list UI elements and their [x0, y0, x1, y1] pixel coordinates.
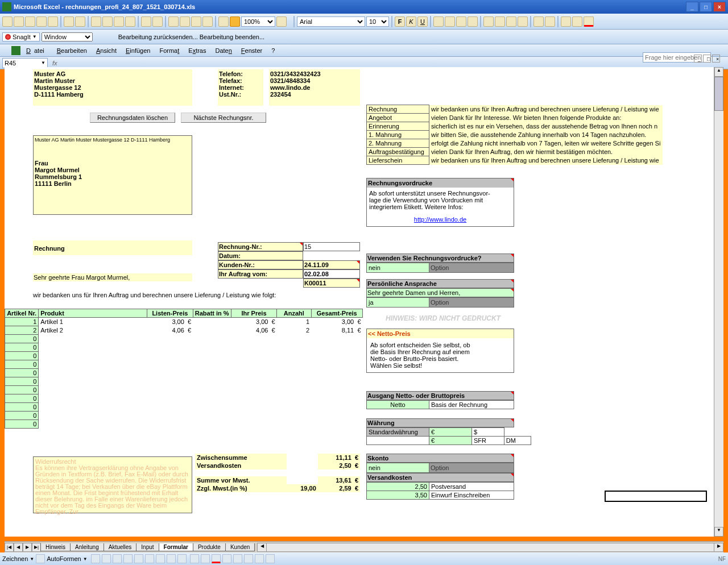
menu-format[interactable]: Format — [156, 46, 183, 55]
lindo-link[interactable]: http://www.lindo.de — [414, 216, 466, 223]
save-icon[interactable] — [25, 16, 35, 27]
menu-einfuegen[interactable]: Einfügen — [122, 46, 154, 55]
table-row[interactable]: 0 — [5, 386, 363, 394]
sort-asc-icon[interactable] — [191, 16, 201, 27]
cut-icon[interactable] — [91, 16, 101, 27]
vertical-scrollbar[interactable]: ▲ ▼ — [714, 67, 723, 537]
copy-icon[interactable] — [102, 16, 113, 27]
table-row[interactable]: 0 — [5, 369, 363, 377]
thousands-icon[interactable] — [506, 16, 516, 27]
font-color-icon[interactable] — [584, 16, 594, 27]
fill-color-icon[interactable] — [572, 16, 582, 27]
sum-icon[interactable] — [180, 16, 190, 27]
undo-icon[interactable] — [141, 16, 151, 27]
dash-style-icon[interactable] — [233, 554, 242, 563]
review-send[interactable]: Bearbeitung zurücksenden... — [118, 34, 198, 40]
excel-menu-icon[interactable] — [11, 46, 20, 55]
rectangle-icon[interactable] — [113, 554, 122, 563]
minimize-button[interactable]: _ — [686, 2, 698, 12]
menu-bearbeiten[interactable]: Bearbeiten — [53, 46, 90, 55]
format-painter-icon[interactable] — [125, 16, 135, 27]
underline-icon[interactable]: U — [417, 16, 428, 27]
tab-first-button[interactable]: |◀ — [5, 543, 14, 552]
shadow-icon[interactable] — [255, 554, 264, 563]
wordart-icon[interactable] — [145, 554, 154, 563]
help-icon[interactable] — [276, 16, 287, 27]
merge-icon[interactable] — [468, 16, 478, 27]
menu-extras[interactable]: Extras — [185, 46, 209, 55]
fill-icon[interactable] — [190, 554, 199, 563]
italic-icon[interactable]: K — [406, 16, 416, 27]
table-row[interactable]: 0 — [5, 360, 363, 369]
arrow-style-icon[interactable] — [244, 554, 253, 563]
ausgang-value[interactable]: Netto — [367, 401, 429, 409]
line-color-icon[interactable] — [201, 554, 210, 563]
tab-anleitung[interactable]: Anleitung — [70, 543, 104, 551]
next-number-button[interactable]: Nächste Rechungsnr. — [181, 113, 266, 123]
indent-inc-icon[interactable] — [545, 16, 555, 27]
ansprache-value[interactable]: Sehr geehrte Damen und Herren, — [366, 288, 514, 297]
font-color2-icon[interactable] — [212, 554, 221, 563]
euro-icon[interactable] — [518, 16, 528, 27]
borders-icon[interactable] — [561, 16, 571, 27]
table-row[interactable]: 0 — [5, 377, 363, 386]
zoom-select[interactable]: 100% — [241, 16, 275, 27]
table-row[interactable]: 0 — [5, 403, 363, 412]
maximize-button[interactable]: □ — [700, 2, 712, 12]
align-left-icon[interactable] — [433, 16, 444, 27]
tab-last-button[interactable]: ▶| — [32, 543, 41, 552]
tab-produkte[interactable]: Produkte — [193, 543, 226, 551]
print-icon[interactable] — [36, 16, 47, 27]
tab-next-button[interactable]: ▶ — [23, 543, 32, 552]
date-value[interactable]: 24.11.09 — [303, 260, 360, 269]
arrow-icon[interactable] — [102, 554, 111, 563]
menu-help[interactable]: ? — [268, 46, 278, 55]
align-center-icon[interactable] — [445, 16, 455, 27]
doc-restore-button[interactable]: □ — [703, 55, 711, 63]
worksheet[interactable]: Muster AG Martin Muster Mustergasse 12 D… — [5, 67, 723, 537]
diagram-icon[interactable] — [156, 554, 165, 563]
font-select[interactable]: Arial — [297, 16, 365, 27]
indent-dec-icon[interactable] — [533, 16, 544, 27]
paste-icon[interactable] — [114, 16, 124, 27]
fontsize-select[interactable]: 10 — [366, 16, 389, 27]
preview-icon[interactable] — [48, 16, 58, 27]
tab-formular[interactable]: Formular — [159, 543, 193, 551]
tab-hinweis[interactable]: Hinweis — [40, 543, 71, 551]
redo-icon[interactable] — [152, 16, 163, 27]
table-row[interactable]: 0 — [5, 412, 363, 420]
window-select[interactable]: Window — [42, 32, 93, 41]
percent-icon[interactable] — [495, 16, 505, 27]
table-row[interactable]: 0 — [5, 352, 363, 360]
fx-icon[interactable]: fx — [52, 60, 57, 67]
menu-ansicht[interactable]: Ansicht — [93, 46, 120, 55]
menu-datei[interactable]: Datei — [23, 46, 51, 55]
spell-icon[interactable] — [64, 16, 74, 27]
tab-aktuelles[interactable]: Aktuelles — [104, 543, 137, 551]
customer-nr[interactable]: K00011 — [303, 279, 360, 288]
line-style-icon[interactable] — [222, 554, 231, 563]
new-icon[interactable] — [2, 16, 13, 27]
line-icon[interactable] — [91, 554, 100, 563]
invoice-nr[interactable]: 15 — [303, 242, 360, 251]
order-date[interactable]: 02.02.08 — [303, 269, 360, 279]
currency-icon[interactable] — [483, 16, 494, 27]
menu-fenster[interactable]: Fenster — [238, 46, 266, 55]
table-row[interactable]: 0 — [5, 335, 363, 343]
clipart-icon[interactable] — [167, 554, 176, 563]
snagit-button[interactable]: SnagIt▼ — [2, 32, 40, 41]
verwenden-value[interactable]: nein — [367, 263, 429, 273]
bold-icon[interactable]: F — [395, 16, 405, 27]
delete-invoice-button[interactable]: Rechnungsdaten löschen — [90, 113, 175, 123]
oval-icon[interactable] — [123, 554, 133, 563]
open-icon[interactable] — [14, 16, 24, 27]
review-end[interactable]: Bearbeitung beenden... — [200, 34, 264, 40]
doc-close-button[interactable]: × — [712, 55, 720, 63]
zeichnen-menu[interactable]: Zeichnen — [2, 555, 28, 562]
link-icon[interactable] — [168, 16, 179, 27]
name-box[interactable]: R45▼ — [2, 58, 48, 68]
table-row[interactable]: 2Artikel 24,06 €4,06 €28,11 € — [5, 326, 363, 335]
table-row[interactable]: 0 — [5, 394, 363, 403]
close-button[interactable]: × — [713, 2, 726, 12]
tab-prev-button[interactable]: ◀ — [14, 543, 23, 552]
